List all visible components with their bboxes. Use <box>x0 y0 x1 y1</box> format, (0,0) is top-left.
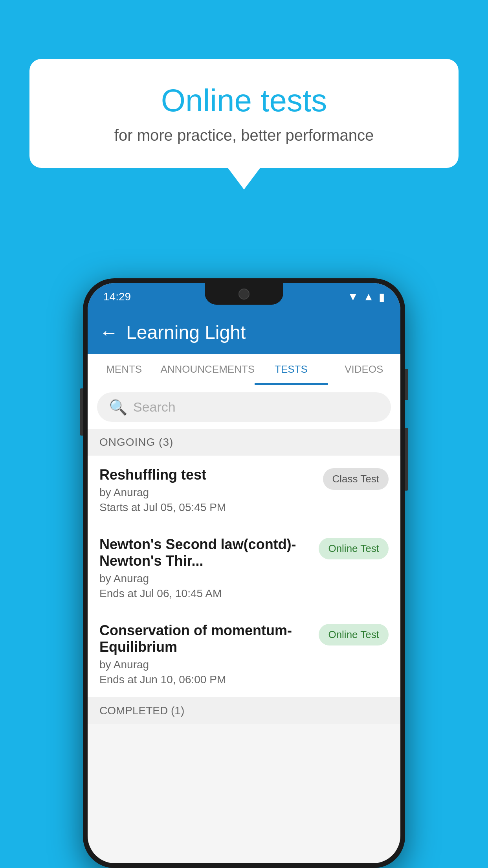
phone-notch <box>205 283 283 305</box>
test-author-3: by Anurag <box>99 658 311 671</box>
signal-icon: ▲ <box>363 291 374 303</box>
ongoing-section-header: ONGOING (3) <box>88 429 400 456</box>
tab-videos[interactable]: VIDEOS <box>328 354 400 385</box>
test-info-1: Reshuffling test by Anurag Starts at Jul… <box>99 467 315 514</box>
test-badge-2: Online Test <box>319 538 389 559</box>
test-list: Reshuffling test by Anurag Starts at Jul… <box>88 456 400 724</box>
test-time-1: Starts at Jul 05, 05:45 PM <box>99 501 315 514</box>
search-icon: 🔍 <box>109 399 127 416</box>
phone-wrapper: 14:29 ▼ ▲ ▮ ← Learning Light MENTS ANNOU… <box>83 278 405 868</box>
side-button-right-2 <box>405 428 408 491</box>
tabs-bar: MENTS ANNOUNCEMENTS TESTS VIDEOS <box>88 354 400 385</box>
wifi-icon: ▼ <box>348 291 359 303</box>
completed-section-header: COMPLETED (1) <box>88 697 400 724</box>
search-input[interactable]: Search <box>133 399 176 415</box>
test-author-2: by Anurag <box>99 572 311 585</box>
search-container: 🔍 Search <box>88 385 400 429</box>
phone-screen: 14:29 ▼ ▲ ▮ ← Learning Light MENTS ANNOU… <box>88 283 400 863</box>
test-time-3: Ends at Jun 10, 06:00 PM <box>99 673 311 686</box>
test-name-2: Newton's Second law(contd)-Newton's Thir… <box>99 536 311 569</box>
test-badge-3: Online Test <box>319 624 389 645</box>
test-badge-1: Class Test <box>323 468 389 490</box>
battery-icon: ▮ <box>379 291 385 303</box>
bubble-title: Online tests <box>61 83 427 119</box>
app-bar: ← Learning Light <box>88 311 400 354</box>
side-button-left <box>80 388 83 436</box>
phone-outer: 14:29 ▼ ▲ ▮ ← Learning Light MENTS ANNOU… <box>83 278 405 868</box>
test-item-2[interactable]: Newton's Second law(contd)-Newton's Thir… <box>88 525 400 611</box>
tab-tests[interactable]: TESTS <box>255 354 327 385</box>
phone-camera <box>238 289 250 300</box>
test-item-1[interactable]: Reshuffling test by Anurag Starts at Jul… <box>88 456 400 525</box>
status-time: 14:29 <box>103 291 131 303</box>
tab-ments[interactable]: MENTS <box>88 354 160 385</box>
back-button[interactable]: ← <box>99 322 118 343</box>
tab-announcements[interactable]: ANNOUNCEMENTS <box>160 354 255 385</box>
test-author-1: by Anurag <box>99 486 315 499</box>
speech-bubble-container: Online tests for more practice, better p… <box>29 59 459 168</box>
side-button-right-1 <box>405 369 408 400</box>
app-bar-title: Learning Light <box>126 322 246 343</box>
test-info-2: Newton's Second law(contd)-Newton's Thir… <box>99 536 311 600</box>
status-icons: ▼ ▲ ▮ <box>348 291 385 303</box>
test-item-3[interactable]: Conservation of momentum-Equilibrium by … <box>88 611 400 697</box>
speech-bubble: Online tests for more practice, better p… <box>29 59 459 168</box>
test-info-3: Conservation of momentum-Equilibrium by … <box>99 622 311 686</box>
test-name-1: Reshuffling test <box>99 467 315 483</box>
test-time-2: Ends at Jul 06, 10:45 AM <box>99 587 311 600</box>
search-bar[interactable]: 🔍 Search <box>97 392 391 422</box>
test-name-3: Conservation of momentum-Equilibrium <box>99 622 311 655</box>
bubble-subtitle: for more practice, better performance <box>61 127 427 144</box>
